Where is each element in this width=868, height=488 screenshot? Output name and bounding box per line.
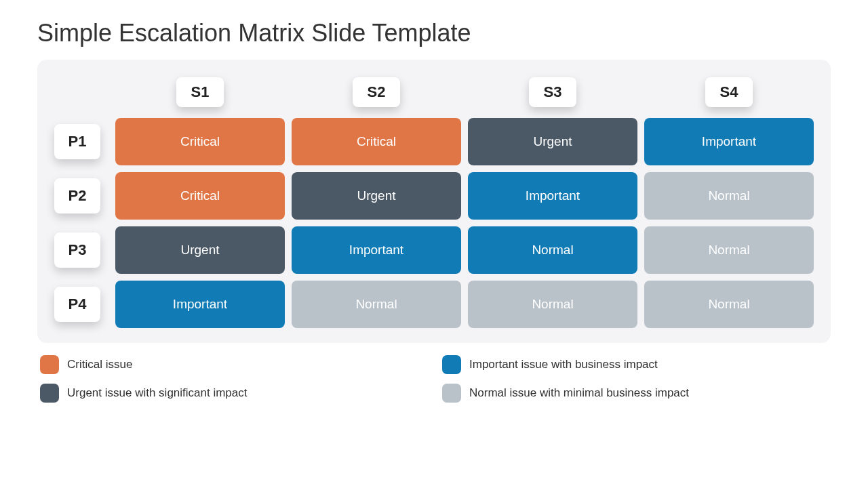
slide-title: Simple Escalation Matrix Slide Template [37,19,831,47]
swatch-critical [40,355,59,374]
cell-p4-s1: Important [115,281,285,328]
swatch-normal [442,384,461,403]
matrix-corner-blank [54,73,108,111]
escalation-matrix: S1 S2 S3 S4 P1 Critical Critical Urgent … [54,73,814,328]
cell-p2-s4: Normal [644,172,814,220]
legend-label-urgent: Urgent issue with significant impact [67,386,248,400]
legend-critical: Critical issue [40,355,429,374]
cell-p2-s2: Urgent [292,172,461,220]
legend-urgent: Urgent issue with significant impact [40,384,429,403]
cell-p4-s2: Normal [292,281,461,328]
legend: Critical issue Important issue with busi… [37,355,831,403]
cell-p2-s3: Important [468,172,637,220]
legend-label-critical: Critical issue [67,358,132,371]
slide: Simple Escalation Matrix Slide Template … [0,0,868,488]
swatch-urgent [40,384,59,403]
legend-normal: Normal issue with minimal business impac… [442,384,831,403]
cell-p4-s3: Normal [468,281,637,328]
cell-p4-s4: Normal [644,281,814,328]
cell-p2-s1: Critical [115,172,285,220]
legend-important: Important issue with business impact [442,355,831,374]
col-header-s3: S3 [529,77,576,107]
row-header-p1: P1 [54,124,100,159]
row-header-p2: P2 [54,178,100,214]
col-header-s1: S1 [176,77,224,107]
cell-p1-s2: Critical [292,118,461,165]
cell-p1-s1: Critical [115,118,285,165]
col-header-s2: S2 [353,77,400,107]
cell-p1-s4: Important [644,118,814,165]
cell-p1-s3: Urgent [468,118,637,165]
row-header-p3: P3 [54,232,100,268]
swatch-important [442,355,461,374]
cell-p3-s1: Urgent [115,226,285,274]
matrix-panel: S1 S2 S3 S4 P1 Critical Critical Urgent … [37,60,831,343]
cell-p3-s2: Important [292,226,461,274]
cell-p3-s4: Normal [644,226,814,274]
cell-p3-s3: Normal [468,226,637,274]
legend-label-normal: Normal issue with minimal business impac… [469,386,689,400]
legend-label-important: Important issue with business impact [469,358,658,371]
row-header-p4: P4 [54,287,100,322]
col-header-s4: S4 [705,77,753,107]
